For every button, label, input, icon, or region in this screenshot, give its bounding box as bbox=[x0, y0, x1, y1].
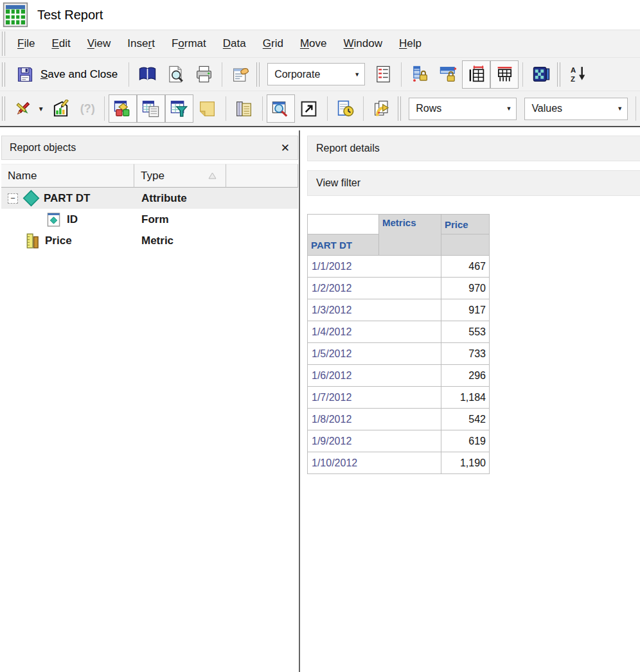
title-bar: Test Report bbox=[0, 0, 640, 30]
design-view-button[interactable] bbox=[47, 94, 75, 123]
menu-format[interactable]: Format bbox=[163, 37, 215, 50]
report-objects-toggle[interactable] bbox=[137, 94, 165, 123]
separator bbox=[636, 96, 636, 121]
book-icon bbox=[138, 65, 157, 84]
value-cell[interactable]: 733 bbox=[441, 343, 490, 365]
tree-row-id[interactable]: ID Form bbox=[1, 209, 298, 230]
date-cell[interactable]: 1/4/2012 bbox=[308, 321, 441, 343]
save-and-close-label: Save and Close bbox=[40, 68, 118, 81]
report-details-bar[interactable]: Report details bbox=[307, 136, 640, 161]
format-pencil-icon bbox=[13, 100, 32, 118]
merge-column-headers-icon bbox=[495, 65, 514, 84]
menu-view[interactable]: View bbox=[79, 37, 120, 50]
menu-help[interactable]: Help bbox=[391, 37, 430, 50]
save-icon bbox=[16, 66, 34, 84]
notes-button[interactable] bbox=[193, 94, 222, 123]
object-name: ID bbox=[67, 213, 78, 226]
grid-blank-header-cell bbox=[441, 234, 490, 256]
save-and-close-button[interactable]: Save and Close bbox=[9, 60, 125, 89]
panel-splitter[interactable] bbox=[299, 130, 300, 672]
arrow-up-right-window-icon bbox=[299, 100, 318, 118]
autostyle-combobox[interactable]: Corporate ▼ bbox=[267, 63, 365, 85]
column-header-type[interactable]: Type bbox=[134, 164, 226, 188]
contents-button[interactable] bbox=[133, 60, 161, 89]
toolbar-grip[interactable] bbox=[398, 96, 401, 121]
grid-options-button[interactable] bbox=[527, 60, 555, 89]
grid-graph-icon bbox=[532, 65, 551, 84]
grid-data-row: 1/3/2012917 bbox=[308, 299, 490, 321]
close-icon[interactable]: ✕ bbox=[281, 141, 290, 155]
date-cell[interactable]: 1/2/2012 bbox=[308, 278, 441, 299]
collapse-expander-icon[interactable]: − bbox=[8, 193, 18, 204]
value-cell[interactable]: 970 bbox=[441, 278, 490, 299]
menu-edit[interactable]: Edit bbox=[43, 37, 78, 50]
value-cell[interactable]: 542 bbox=[441, 409, 490, 430]
date-cell[interactable]: 1/1/2012 bbox=[308, 256, 441, 278]
view-filter-bar[interactable]: View filter bbox=[307, 170, 640, 196]
properties-button[interactable] bbox=[226, 60, 254, 89]
menu-grid[interactable]: Grid bbox=[254, 37, 292, 50]
toolbar-grip[interactable] bbox=[2, 96, 5, 121]
toolbar-grip[interactable] bbox=[557, 62, 560, 87]
formatting-button[interactable] bbox=[9, 94, 37, 123]
grid-selected-corner-cell[interactable] bbox=[308, 215, 379, 234]
print-button[interactable] bbox=[190, 60, 218, 89]
help-disabled-icon: (?) bbox=[75, 102, 100, 116]
swap-pages-arrow-icon bbox=[373, 100, 391, 118]
value-cell[interactable]: 917 bbox=[441, 299, 490, 321]
menu-file[interactable]: File bbox=[9, 37, 43, 50]
toolbar-grip[interactable] bbox=[2, 62, 5, 87]
date-cell[interactable]: 1/8/2012 bbox=[308, 409, 441, 430]
sort-ascending-icon bbox=[208, 172, 217, 179]
chevron-down-icon: ▼ bbox=[506, 105, 511, 112]
value-cell[interactable]: 619 bbox=[441, 430, 490, 452]
value-cell[interactable]: 296 bbox=[441, 365, 490, 387]
lock-row-headers-button[interactable] bbox=[405, 60, 434, 89]
date-cell[interactable]: 1/5/2012 bbox=[308, 343, 441, 365]
report-description-button[interactable] bbox=[230, 94, 258, 123]
date-cell[interactable]: 1/3/2012 bbox=[308, 299, 441, 321]
object-name: PART DT bbox=[44, 192, 90, 205]
date-cell[interactable]: 1/7/2012 bbox=[308, 387, 441, 409]
grid-row-axis-header[interactable]: PART DT bbox=[308, 234, 379, 256]
autostyle-list-button[interactable] bbox=[369, 60, 397, 89]
rows-combobox[interactable]: Rows ▼ bbox=[409, 98, 517, 120]
merge-column-headers-button[interactable] bbox=[490, 60, 519, 89]
find-button[interactable] bbox=[267, 94, 295, 123]
value-cell[interactable]: 1,190 bbox=[441, 452, 490, 474]
format-dropdown-arrow[interactable]: ▼ bbox=[38, 105, 44, 112]
menu-move[interactable]: Move bbox=[292, 37, 335, 50]
lock-columns-icon bbox=[439, 65, 458, 84]
tree-row-price[interactable]: Price Metric bbox=[1, 230, 298, 251]
view-filter-toggle[interactable] bbox=[165, 94, 193, 123]
style-list-icon bbox=[374, 65, 393, 84]
date-cell[interactable]: 1/10/2012 bbox=[308, 452, 441, 474]
swap-axes-button[interactable] bbox=[368, 94, 396, 123]
value-cell[interactable]: 553 bbox=[441, 321, 490, 343]
sort-ascending-button[interactable]: AZ bbox=[564, 60, 592, 89]
merge-row-headers-button[interactable] bbox=[462, 60, 490, 89]
separator bbox=[129, 62, 129, 87]
content-area: Report objects ✕ Name Type − PART DT Att… bbox=[0, 127, 640, 672]
value-cell[interactable]: 467 bbox=[441, 256, 490, 278]
date-cell[interactable]: 1/9/2012 bbox=[308, 430, 441, 452]
menu-data[interactable]: Data bbox=[215, 37, 254, 50]
report-details-button[interactable] bbox=[331, 94, 359, 123]
date-cell[interactable]: 1/6/2012 bbox=[308, 365, 441, 387]
toolbar-grip[interactable] bbox=[256, 62, 260, 87]
print-preview-button[interactable] bbox=[161, 60, 190, 89]
menu-window[interactable]: Window bbox=[335, 37, 391, 50]
popout-button[interactable] bbox=[295, 94, 323, 123]
book-page-icon bbox=[235, 100, 253, 118]
grid-metrics-header[interactable]: Metrics bbox=[379, 215, 441, 256]
tree-row-part-dt[interactable]: − PART DT Attribute bbox=[1, 188, 298, 209]
values-combobox[interactable]: Values ▼ bbox=[524, 98, 628, 120]
lock-column-headers-button[interactable] bbox=[434, 60, 462, 89]
menu-insert[interactable]: Insert bbox=[119, 37, 163, 50]
value-cell[interactable]: 1,184 bbox=[441, 387, 490, 409]
column-header-name[interactable]: Name bbox=[1, 164, 134, 188]
object-browser-toggle[interactable] bbox=[109, 94, 137, 123]
grid-price-header[interactable]: Price bbox=[441, 215, 490, 234]
menubar-grip[interactable] bbox=[2, 31, 5, 56]
object-name: Price bbox=[45, 234, 72, 247]
